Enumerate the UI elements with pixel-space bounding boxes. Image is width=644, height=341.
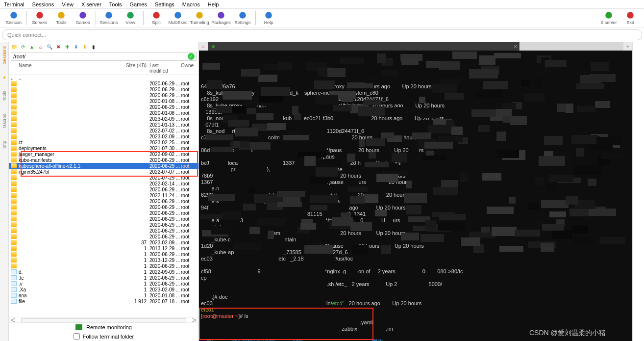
file-row[interactable]: 2020-06-29 ...root	[9, 204, 198, 210]
remote-monitoring[interactable]: Remote monitoring	[9, 322, 198, 332]
toolbar-games[interactable]: Games	[72, 9, 94, 27]
file-row[interactable]: 12020-06-29 ...root	[9, 251, 198, 257]
menu-help[interactable]: Help	[208, 1, 219, 7]
menu-tools[interactable]: Tools	[109, 1, 122, 7]
file-row[interactable]: 372023-02-09 ...root	[9, 239, 198, 245]
toolbar-split[interactable]: Split	[146, 9, 167, 27]
toolbar-tunneling[interactable]: Tunneling	[189, 9, 210, 27]
h-scrollbar[interactable]: <>	[9, 317, 198, 322]
toolbar-multiexec[interactable]: MultiExec	[167, 9, 189, 27]
hdr-mod[interactable]: Last modified	[147, 63, 178, 74]
folder-icon[interactable]: 📁	[11, 43, 18, 50]
file-row[interactable]: 2020-06-29 ...root	[9, 104, 198, 110]
menu-games[interactable]: Games	[130, 1, 147, 7]
file-row[interactable]: kubesphere-all-offline-v2.1.12020-06-29 …	[9, 163, 198, 169]
star-icon[interactable]: ★	[2, 75, 6, 80]
menu-x-server[interactable]: X server	[81, 1, 101, 7]
toolbar-tools[interactable]: Tools	[50, 9, 72, 27]
path-input[interactable]	[11, 53, 188, 59]
file-row[interactable]: 2020-06-29 ...root	[9, 222, 198, 228]
menu-view[interactable]: View	[62, 1, 74, 7]
toolbar-servers[interactable]: Servers	[29, 9, 50, 27]
file-row[interactable]: 2021-01-13 ...root	[9, 122, 198, 128]
file-row[interactable]: 2022-11-24 ...root	[9, 192, 198, 198]
follow-checkbox[interactable]	[74, 333, 80, 340]
file-row[interactable]: 12013-12-29 ...root	[9, 257, 198, 263]
file-row[interactable]: 2020-06-29 ...root	[9, 92, 198, 98]
hdr-size[interactable]: Size (KB)	[119, 63, 147, 74]
file-owner: root	[178, 199, 197, 204]
terminal-icon[interactable]: ▮	[90, 43, 97, 50]
refresh-icon[interactable]: ⟳	[20, 43, 26, 50]
tab-add[interactable]: ＋	[623, 42, 632, 51]
file-row[interactable]: nginx35.247bf2022-07-07 ...root	[9, 169, 198, 175]
file-row[interactable]: 2020-06-29 ...root	[9, 216, 198, 222]
upload-icon[interactable]: ⬆	[81, 43, 88, 50]
search-icon[interactable]: 🔍	[46, 43, 53, 50]
file-row[interactable]: ....	[9, 75, 198, 80]
menu-macros[interactable]: Macros	[182, 1, 200, 7]
status-dot-icon	[212, 45, 215, 48]
file-row[interactable]: .Xa12023-02-09 ...root	[9, 287, 198, 292]
file-row[interactable]: ana12020-01-08 ...root	[9, 292, 198, 298]
menu-terminal[interactable]: Terminal	[4, 1, 25, 7]
file-row[interactable]: 2020-06-29 ...root	[9, 186, 198, 192]
follow-terminal[interactable]: Follow terminal folder	[9, 332, 198, 341]
terminal-tab[interactable]: ✕	[208, 42, 520, 51]
lefttab-sessions[interactable]: Sessions	[2, 44, 7, 66]
file-row[interactable]: 12013-12-29 ...root	[9, 245, 198, 251]
toolbar-view[interactable]: View	[120, 9, 141, 27]
file-row[interactable]: 2020-06-29 ...root	[9, 234, 198, 239]
terminal[interactable]: 64c d5f6a76 -proxy -_" 20 hours ago Up 2…	[199, 51, 632, 341]
file-row[interactable]: 2020-06-29 ...root	[9, 198, 198, 204]
up-icon[interactable]: ▲	[28, 43, 35, 50]
right-strip	[632, 42, 644, 341]
toolbar-packages[interactable]: Packages	[210, 9, 232, 27]
file-row[interactable]: 2020-01-08 ...root	[9, 110, 198, 116]
file-row[interactable]: 2020-06-29 ...root	[9, 228, 198, 234]
file-row[interactable]: d.12022-09-09 ...root	[9, 269, 198, 275]
menu-sessions[interactable]: Sessions	[32, 1, 54, 7]
file-row[interactable]: deployments2021-07-30 ...root	[9, 145, 198, 151]
download-icon[interactable]: ⬇	[73, 43, 79, 50]
quick-connect-input[interactable]	[2, 29, 642, 40]
lefttab-macros[interactable]: Macros	[2, 112, 7, 131]
file-list[interactable]: ....2020-06-29 ...root2020-06-29 ...root…	[9, 75, 198, 317]
file-row[interactable]: 2022-07-02 ...root	[9, 128, 198, 133]
toolbar-sessions[interactable]: Sessions	[98, 9, 120, 27]
folder-icon	[11, 187, 17, 192]
toolbar-help[interactable]: Help	[258, 9, 279, 27]
home-icon[interactable]: ⌂	[37, 43, 44, 50]
toolbar-settings[interactable]: Settings	[232, 9, 253, 27]
file-row[interactable]: 2022-02-14 ...root	[9, 181, 198, 186]
file-row[interactable]: 2020-01-08 ...root	[9, 98, 198, 104]
file-header: Name Size (KB) Last modified Owne	[9, 62, 198, 75]
toolbar-x server[interactable]: X server	[598, 9, 619, 27]
file-row[interactable]: 12020-06-29 ...root	[9, 263, 198, 269]
lefttab-sftp[interactable]: Sftp	[2, 139, 7, 151]
close-icon[interactable]: ✕	[514, 44, 518, 49]
file-row[interactable]: file-1 9122020-07-18 ...root	[9, 298, 198, 304]
hdr-name[interactable]: Name	[11, 63, 119, 74]
file-row[interactable]: 2020-06-29 ...root	[9, 86, 198, 92]
file-row[interactable]: 2023-02-09 ...root	[9, 116, 198, 122]
hdr-own[interactable]: Owne	[178, 63, 197, 74]
lefttab-tools[interactable]: Tools	[2, 89, 7, 103]
file-row[interactable]: ct2023-02-25 ...root	[9, 139, 198, 145]
tab-home[interactable]: ⌂	[199, 42, 208, 51]
file-row[interactable]: .tc12020-06-29 ...root	[9, 275, 198, 281]
file-row[interactable]: 2020-06-29 ...root	[9, 80, 198, 86]
file-owner: root	[178, 281, 197, 287]
file-row[interactable]: kube-manifests2020-06-29 ...root	[9, 157, 198, 163]
new-icon[interactable]: ✚	[64, 43, 71, 50]
file-row[interactable]: 2020-06-29 ...root	[9, 210, 198, 216]
file-row[interactable]: 2020-07-29 ...root	[9, 175, 198, 181]
toolbar-session[interactable]: Session	[3, 9, 25, 27]
file-row[interactable]: 2023-02-09 ...root	[9, 133, 198, 139]
menu-settings[interactable]: Settings	[155, 1, 174, 7]
file-row[interactable]: jaeger_manager2022-09-02 ...root	[9, 151, 198, 157]
file-owner: root	[178, 99, 197, 104]
toolbar-exit[interactable]: Exit	[619, 9, 641, 27]
delete-icon[interactable]: ✖	[55, 43, 62, 50]
file-row[interactable]: .v12020-06-29 ...root	[9, 281, 198, 287]
